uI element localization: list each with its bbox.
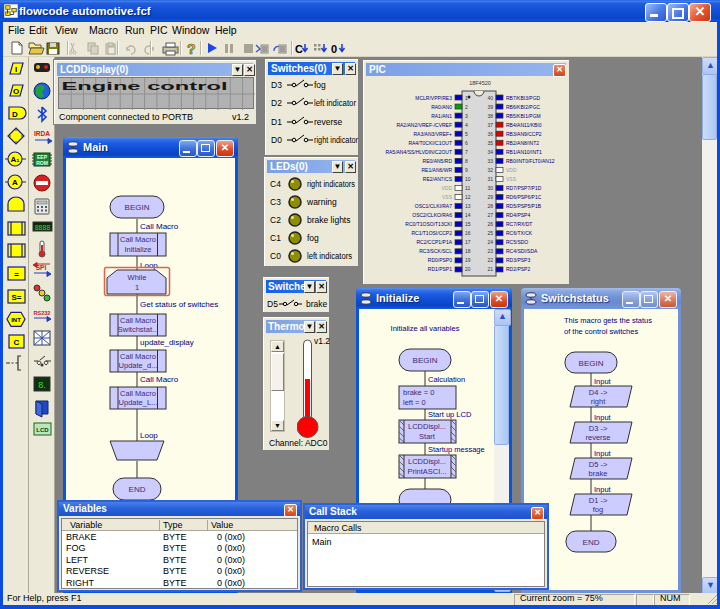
svg-text:RB5/KBI1/PGM: RB5/KBI1/PGM bbox=[506, 113, 541, 119]
svg-text:35: 35 bbox=[487, 140, 493, 146]
svg-text:13: 13 bbox=[465, 203, 471, 209]
svg-text:31: 31 bbox=[487, 176, 493, 182]
svg-text:RD3/PSP3: RD3/PSP3 bbox=[506, 257, 530, 263]
svg-text:RE0/AN5/RD: RE0/AN5/RD bbox=[423, 158, 453, 164]
svg-text:Input: Input bbox=[594, 485, 612, 494]
svg-text:RD1/PSP1: RD1/PSP1 bbox=[428, 266, 452, 272]
svg-text:C3: C3 bbox=[270, 197, 281, 207]
svg-text:RB4/AN11/KBI0: RB4/AN11/KBI0 bbox=[506, 122, 542, 128]
svg-text:30: 30 bbox=[487, 185, 493, 191]
svg-text:C: C bbox=[14, 338, 20, 347]
svg-text:40: 40 bbox=[487, 95, 493, 101]
svg-text:8888: 8888 bbox=[35, 224, 51, 231]
svg-text:RA4/T0CKI/C1OUT: RA4/T0CKI/C1OUT bbox=[408, 140, 452, 146]
svg-text:Call Macro: Call Macro bbox=[120, 316, 156, 325]
svg-text:fog: fog bbox=[314, 80, 326, 90]
svg-text:D3 ->: D3 -> bbox=[589, 424, 608, 433]
svg-text:left = 0: left = 0 bbox=[403, 398, 426, 407]
svg-text:RD5/PSP5/P1B: RD5/PSP5/P1B bbox=[506, 203, 542, 209]
svg-text:O: O bbox=[13, 87, 19, 96]
svg-text:warning: warning bbox=[306, 197, 337, 207]
svg-text:18: 18 bbox=[465, 248, 471, 254]
svg-text:VDD: VDD bbox=[441, 185, 452, 191]
svg-text:LCDDispl...: LCDDispl... bbox=[408, 422, 446, 431]
svg-text:S=: S= bbox=[11, 293, 21, 302]
svg-text:6: 6 bbox=[465, 140, 468, 146]
svg-text:C1: C1 bbox=[270, 233, 281, 243]
svg-text:OSC2/CLKO/RA6: OSC2/CLKO/RA6 bbox=[412, 212, 452, 218]
svg-text:14: 14 bbox=[465, 212, 471, 218]
svg-text:22: 22 bbox=[487, 257, 493, 263]
svg-text:19: 19 bbox=[465, 257, 471, 263]
svg-text:RC3/SCK/SCL: RC3/SCK/SCL bbox=[419, 248, 452, 254]
svg-text:RA0/AN0: RA0/AN0 bbox=[431, 104, 452, 110]
svg-text:RS232: RS232 bbox=[34, 310, 51, 316]
svg-text:A: A bbox=[12, 178, 18, 187]
svg-text:LCD: LCD bbox=[36, 427, 49, 433]
svg-text:Call Macro: Call Macro bbox=[140, 222, 179, 231]
svg-text:RC7/RX/DT: RC7/RX/DT bbox=[506, 221, 532, 227]
svg-text:D1 ->: D1 -> bbox=[589, 496, 608, 505]
svg-text:Input: Input bbox=[594, 377, 612, 386]
svg-text:RB2/AN8/INT2: RB2/AN8/INT2 bbox=[506, 140, 539, 146]
svg-text:of the control switches: of the control switches bbox=[564, 327, 638, 336]
svg-text:BEGIN: BEGIN bbox=[413, 356, 438, 365]
svg-text:Initialize all variables: Initialize all variables bbox=[391, 324, 460, 333]
svg-text:RB7/KBI3/PGD: RB7/KBI3/PGD bbox=[506, 95, 541, 101]
svg-text:10: 10 bbox=[465, 176, 471, 182]
svg-text:PrintASCI...: PrintASCI... bbox=[407, 467, 446, 476]
svg-text:36: 36 bbox=[487, 131, 493, 137]
svg-text:=: = bbox=[14, 270, 19, 279]
svg-text:Call Macro: Call Macro bbox=[120, 389, 156, 398]
svg-text:11: 11 bbox=[465, 185, 470, 191]
svg-text:RC1/T1OSI/CCP2: RC1/T1OSI/CCP2 bbox=[411, 230, 452, 236]
svg-text:RD0/PSP0: RD0/PSP0 bbox=[428, 257, 452, 263]
svg-text:29: 29 bbox=[487, 194, 493, 200]
svg-text:1: 1 bbox=[135, 283, 139, 292]
svg-text:A₁: A₁ bbox=[10, 155, 20, 164]
svg-text:28: 28 bbox=[487, 203, 493, 209]
svg-text:4: 4 bbox=[465, 122, 468, 128]
svg-text:21: 21 bbox=[487, 266, 493, 272]
svg-text:MCLR/VPP/RE3: MCLR/VPP/RE3 bbox=[415, 95, 452, 101]
svg-text:Call Macro: Call Macro bbox=[120, 352, 156, 361]
svg-text:reverse: reverse bbox=[585, 433, 610, 442]
svg-text:0: 0 bbox=[331, 43, 337, 55]
svg-text:1: 1 bbox=[465, 95, 468, 101]
svg-text:OSC1/CLKI/RA7: OSC1/CLKI/RA7 bbox=[415, 203, 452, 209]
svg-text:D5 ->: D5 -> bbox=[589, 460, 608, 469]
svg-text:Call Macro: Call Macro bbox=[120, 235, 156, 244]
svg-text:RB3/AN9/CCP2: RB3/AN9/CCP2 bbox=[506, 131, 542, 137]
svg-text:While: While bbox=[128, 273, 147, 282]
svg-text:IRDA: IRDA bbox=[34, 130, 50, 137]
svg-text:right indicator: right indicator bbox=[314, 135, 358, 145]
svg-text:C: C bbox=[295, 43, 303, 55]
svg-text:I: I bbox=[15, 65, 17, 74]
svg-text:15: 15 bbox=[465, 221, 471, 227]
svg-text:2: 2 bbox=[465, 104, 468, 110]
svg-text:D0: D0 bbox=[271, 135, 282, 145]
svg-text:17: 17 bbox=[465, 239, 471, 245]
svg-text:VSS: VSS bbox=[442, 194, 453, 200]
svg-text:23: 23 bbox=[487, 248, 493, 254]
svg-text:D4 ->: D4 -> bbox=[589, 388, 608, 397]
svg-text:9: 9 bbox=[465, 167, 468, 173]
svg-text:D1: D1 bbox=[271, 117, 282, 127]
svg-text:update_display: update_display bbox=[140, 338, 194, 347]
svg-text:RA2/AN2/VREF-/CVREF: RA2/AN2/VREF-/CVREF bbox=[396, 122, 452, 128]
svg-text:38: 38 bbox=[487, 113, 493, 119]
svg-text:8: 8 bbox=[465, 158, 468, 164]
svg-text:?: ? bbox=[187, 41, 196, 56]
svg-text:20: 20 bbox=[465, 266, 471, 272]
svg-text:RD6/PSP6/P1C: RD6/PSP6/P1C bbox=[506, 194, 542, 200]
svg-text:brake: brake bbox=[589, 469, 608, 478]
svg-text:33: 33 bbox=[487, 158, 493, 164]
svg-text:Switchstat...: Switchstat... bbox=[118, 325, 158, 334]
svg-text:Get status of switches: Get status of switches bbox=[140, 300, 218, 309]
svg-text:brake = 0: brake = 0 bbox=[403, 388, 434, 397]
svg-text:39: 39 bbox=[487, 104, 493, 110]
svg-text:RC2/CCP1/P1A: RC2/CCP1/P1A bbox=[416, 239, 452, 245]
svg-text:RC4/SDI/SDA: RC4/SDI/SDA bbox=[506, 248, 538, 254]
svg-text:RD7/PSP7/P1D: RD7/PSP7/P1D bbox=[506, 185, 542, 191]
svg-text:27: 27 bbox=[487, 212, 493, 218]
